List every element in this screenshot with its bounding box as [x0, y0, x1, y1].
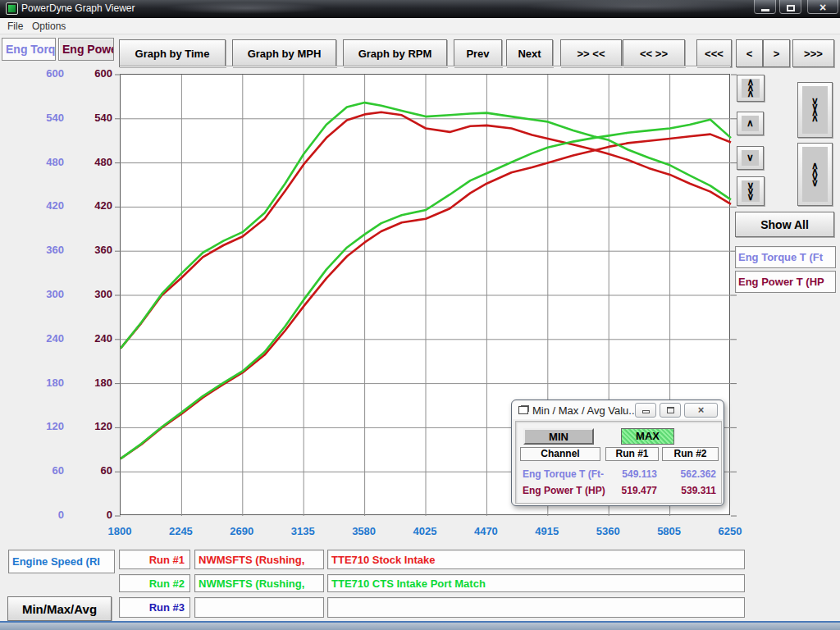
minmax-body: MIN MAX Channel Run #1 Run #2 Eng Torque… [515, 421, 722, 504]
y-tick-right-240: 240 [66, 332, 112, 345]
y-tick-right-540: 540 [66, 112, 112, 124]
minimize-button[interactable] [754, 0, 776, 14]
y-expand-button[interactable]: ∧∧∨∨ [797, 143, 833, 206]
toolbar-button-graph-by-time[interactable]: Graph by Time [119, 39, 226, 67]
y-tick-right-480: 480 [66, 156, 112, 168]
close-icon: × [698, 404, 705, 416]
y-tick-right-120: 120 [66, 420, 112, 432]
y-tick-left-180: 180 [7, 377, 64, 389]
x-tick-5360: 5360 [583, 525, 632, 537]
minmax-run2-value-2: 539.311 [664, 485, 716, 496]
toolbar-button-next[interactable]: Next [506, 39, 553, 67]
chart-top-groove [120, 66, 730, 67]
window-bottom-border [0, 621, 840, 630]
title-bar: PowerDyne Graph Viewer × [0, 0, 840, 18]
minimize-icon [642, 410, 650, 413]
column-header-run1[interactable]: Run #1 [605, 447, 659, 461]
minmax-window-icon [518, 406, 528, 414]
chevron-icons: ∨∨∨ [742, 180, 760, 202]
run-description-box-2: TTE710 CTS Intake Port Match [327, 574, 745, 592]
minmaxavg-button[interactable]: Min/Max/Avg [7, 596, 112, 621]
y-compress-button[interactable]: ∨∨∧∧ [797, 82, 833, 138]
y-tick-right-300: 300 [66, 288, 112, 300]
column-header-run2[interactable]: Run #2 [662, 447, 719, 461]
chevron-icons: ∨ [742, 150, 759, 166]
toolbar-button-scroll-left[interactable]: < [736, 39, 763, 67]
y-tick-right-0: 0 [66, 509, 112, 521]
minmax-channel-2: Eng Power T (HP) [523, 485, 605, 496]
y-tick-left-0: 0 [7, 509, 64, 521]
y-scroll-up-button[interactable]: ∧ [737, 112, 764, 135]
close-icon: × [819, 1, 826, 14]
minmax-window: Min / Max / Avg Valu... × MIN MAX Channe… [511, 399, 724, 506]
menu-bar: File Options [0, 18, 840, 34]
toolbar-button-graph-by-rpm[interactable]: Graph by RPM [343, 39, 447, 67]
toolbar-button-scroll-far-right[interactable]: >>> [792, 39, 834, 67]
app-icon [6, 2, 18, 15]
y-tick-left-60: 60 [7, 464, 64, 477]
toolbar-button-zoom-in-x[interactable]: >> << [560, 39, 622, 67]
y-tick-right-600: 600 [66, 67, 112, 80]
minmax-channel-1: Eng Torque T (Ft- [523, 468, 604, 480]
minmax-run2-value-1: 562.362 [664, 468, 716, 480]
chevron-icons: ∧∧∨∨ [802, 147, 828, 202]
toolbar-button-zoom-out-x[interactable]: << >> [623, 39, 685, 67]
chevron-icons: ∧ [742, 116, 759, 131]
y-tick-left-360: 360 [7, 244, 64, 256]
run-description-box-1: TTE710 Stock Intake [327, 550, 745, 569]
minmax-minimize-button[interactable] [635, 403, 656, 418]
column-header-channel[interactable]: Channel [520, 447, 600, 461]
x-tick-5805: 5805 [645, 525, 694, 537]
maximize-icon [667, 407, 674, 413]
toolbar-button-graph-by-mph[interactable]: Graph by MPH [232, 39, 336, 67]
y-zoom-out-fast-button[interactable]: ∨∨∨ [737, 176, 765, 206]
menu-options[interactable]: Options [32, 21, 66, 32]
window-title: PowerDyne Graph Viewer [21, 2, 135, 14]
y-tick-left-120: 120 [7, 420, 64, 432]
x-tick-4470: 4470 [461, 525, 510, 537]
run-label-box-3: Run #3 [119, 597, 190, 618]
toolbar-button-scroll-right[interactable]: > [763, 39, 790, 67]
minmax-maximize-button[interactable] [660, 403, 681, 418]
toolbar-button-prev[interactable]: Prev [454, 39, 502, 67]
x-tick-2245: 2245 [156, 525, 205, 537]
run-operator-box-3 [194, 597, 324, 618]
min-toggle-button[interactable]: MIN [523, 428, 594, 445]
toolbar-button-scroll-far-left[interactable]: <<< [696, 39, 732, 67]
y-zoom-in-fast-button[interactable]: ∧∧∧ [737, 75, 765, 102]
x-tick-1800: 1800 [95, 525, 144, 537]
x-tick-4915: 4915 [523, 525, 572, 537]
minmax-title-bar[interactable]: Min / Max / Avg Valu... × [513, 401, 723, 419]
y-tick-left-540: 540 [7, 112, 64, 124]
chevron-icons: ∧∧∧ [742, 79, 760, 98]
legend-eng-torque[interactable]: Eng Torque T (Ft [735, 246, 836, 268]
minmax-close-button[interactable]: × [684, 403, 718, 418]
y-tick-right-360: 360 [66, 244, 112, 256]
x-channel-label: Engine Speed (RI [12, 555, 100, 568]
y-tick-left-600: 600 [7, 67, 64, 80]
x-channel-selector[interactable]: Engine Speed (RI [8, 550, 115, 573]
show-all-button[interactable]: Show All [735, 212, 834, 237]
y-tick-left-300: 300 [7, 288, 64, 300]
max-toggle-button[interactable]: MAX [621, 428, 674, 445]
y-tick-left-240: 240 [7, 332, 64, 345]
y-tick-right-420: 420 [66, 199, 112, 212]
legend-eng-power[interactable]: Eng Power T (HP [735, 271, 836, 293]
x-tick-4025: 4025 [400, 525, 450, 537]
maximize-button[interactable] [779, 0, 801, 14]
minmax-run1-value-1: 549.113 [605, 468, 657, 480]
run-operator-box-1: NWMSFTS (Rushing, [194, 550, 324, 569]
run-description-box-3 [327, 597, 745, 618]
tab-eng-torque[interactable]: Eng Torq [2, 38, 56, 61]
maximize-icon [787, 5, 795, 11]
y-tick-right-60: 60 [66, 464, 112, 477]
y-scroll-down-button[interactable]: ∨ [737, 146, 764, 170]
close-button[interactable]: × [807, 0, 838, 14]
menu-file[interactable]: File [7, 21, 23, 32]
tab-eng-power[interactable]: Eng Powe [58, 38, 114, 61]
x-tick-3580: 3580 [340, 525, 389, 537]
run-label-box-1: Run #1 [119, 550, 190, 569]
y-tick-left-480: 480 [7, 156, 64, 168]
y-tick-right-180: 180 [66, 377, 112, 389]
run-operator-box-2: NWMSFTS (Rushing, [194, 574, 324, 592]
